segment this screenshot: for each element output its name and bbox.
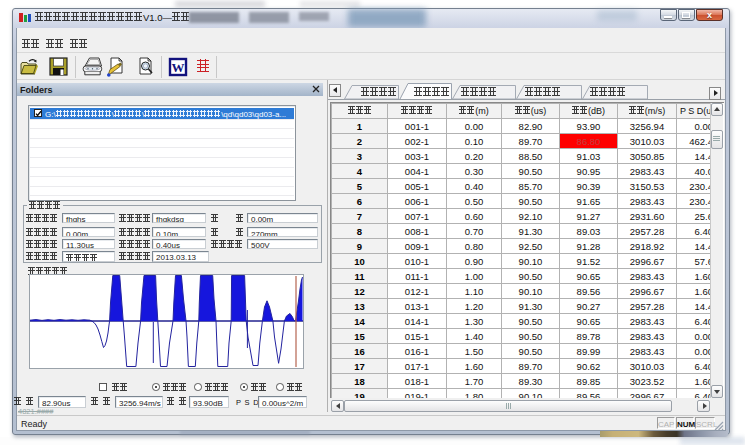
svg-text:W: W bbox=[172, 60, 185, 75]
